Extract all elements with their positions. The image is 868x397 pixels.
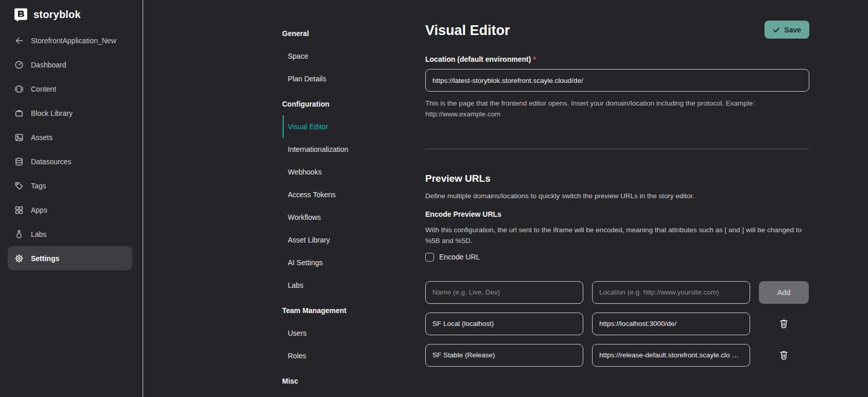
section-divider [425, 149, 809, 149]
sidebar-item-label: Block Library [31, 109, 73, 117]
sidebar-item-labs[interactable]: Labs [8, 222, 132, 246]
settings-nav-item-ai-settings[interactable]: AI Settings [282, 251, 395, 274]
sidebar-item-apps[interactable]: Apps [8, 198, 132, 222]
checkmark-icon [773, 26, 780, 33]
sidebar-item-label: Tags [31, 182, 46, 190]
sidebar-item-content[interactable]: Content [8, 77, 132, 101]
sidebar-item-label: Labs [31, 230, 46, 238]
settings-nav-item-labs[interactable]: Labs [282, 274, 395, 297]
settings-nav-section-misc: Misc [282, 370, 395, 392]
sidebar-item-tags[interactable]: Tags [8, 174, 132, 198]
storyblok-logo[interactable]: storyblok [0, 0, 143, 22]
preview-urls-title: Preview URLs [425, 173, 809, 184]
image-icon [14, 133, 24, 142]
new-preview-location-input[interactable] [592, 281, 750, 304]
location-default-input[interactable] [425, 69, 809, 92]
settings-nav-item-roles[interactable]: Roles [282, 344, 395, 367]
preview-location-input[interactable] [592, 344, 750, 367]
encode-url-checkbox-row[interactable]: Encode URL [425, 253, 480, 262]
main-content: Visual Editor Save Location (default env… [425, 0, 809, 367]
sidebar-item-label: Datasources [31, 158, 72, 166]
tag-icon [14, 181, 24, 191]
app-root: storyblok StorefrontApplication_New Dash… [0, 0, 868, 397]
location-field-label-text: Location (default environment) [425, 55, 531, 63]
required-asterisk: * [533, 55, 535, 63]
sidebar-back-to-spaces[interactable]: StorefrontApplication_New [8, 28, 132, 53]
grid-icon [14, 205, 24, 215]
sidebar-item-label: Apps [31, 206, 47, 214]
delete-preview-url-button[interactable] [759, 313, 809, 335]
encode-preview-urls-description: With this configuration, the url sent to… [425, 225, 809, 247]
settings-nav-section-team-management: Team Management [282, 299, 395, 322]
settings-nav-section-general: General [282, 22, 395, 45]
settings-nav-item-webhooks[interactable]: Webhooks [282, 161, 395, 183]
gear-icon [14, 254, 24, 263]
settings-nav-item-plan-details[interactable]: Plan Details [282, 67, 395, 90]
settings-nav-item-workflows[interactable]: Workflows [282, 206, 395, 229]
sidebar-item-block-library[interactable]: Block Library [8, 101, 132, 125]
save-button[interactable]: Save [765, 21, 809, 39]
add-preview-url-button[interactable]: Add [759, 281, 809, 304]
new-preview-name-input[interactable] [425, 281, 583, 304]
storyblok-logo-icon [14, 8, 28, 22]
settings-nav: General Space Plan Details Configuration… [282, 22, 395, 392]
encode-url-checkbox-label: Encode URL [439, 253, 480, 261]
encode-preview-urls-title: Encode Preview URLs [425, 210, 809, 218]
preview-name-input[interactable] [425, 313, 583, 335]
database-icon [14, 157, 24, 166]
settings-nav-section-configuration: Configuration [282, 93, 395, 115]
preview-urls-list: Add [425, 281, 809, 367]
current-space-name: StorefrontApplication_New [31, 37, 116, 45]
page-title: Visual Editor [425, 23, 809, 39]
location-field-label: Location (default environment)* [425, 55, 809, 63]
trash-icon [778, 318, 789, 329]
settings-nav-item-space[interactable]: Space [282, 45, 395, 67]
content-panels-icon [14, 84, 24, 94]
save-button-label: Save [784, 26, 801, 34]
sidebar-item-datasources[interactable]: Datasources [8, 149, 132, 174]
storyblok-logo-text: storyblok [33, 9, 81, 21]
encode-url-checkbox[interactable] [425, 253, 434, 262]
preview-location-input[interactable] [592, 313, 750, 335]
sidebar-item-label: Dashboard [31, 61, 66, 69]
gauge-icon [14, 60, 24, 70]
delete-preview-url-button[interactable] [759, 344, 809, 367]
flask-icon [14, 230, 24, 239]
location-help-text: This is the page that the frontend edito… [425, 98, 809, 120]
sidebar-item-label: Content [31, 85, 56, 93]
settings-nav-item-users[interactable]: Users [282, 322, 395, 344]
sidebar: storyblok StorefrontApplication_New Dash… [0, 0, 143, 397]
sidebar-item-assets[interactable]: Assets [8, 125, 132, 149]
preview-name-input[interactable] [425, 344, 583, 367]
preview-urls-description: Define multiple domains/locations to qui… [425, 191, 809, 202]
settings-nav-item-visual-editor[interactable]: Visual Editor [283, 115, 395, 138]
sidebar-item-label: Assets [31, 133, 53, 142]
sidebar-menu: StorefrontApplication_New Dashboard Cont… [0, 28, 143, 270]
sidebar-item-dashboard[interactable]: Dashboard [8, 53, 132, 77]
settings-nav-item-internationalization[interactable]: Internationalization [282, 138, 395, 161]
settings-nav-item-access-tokens[interactable]: Access Tokens [282, 183, 395, 206]
trash-icon [778, 350, 789, 360]
settings-nav-item-asset-library[interactable]: Asset Library [282, 229, 395, 251]
back-arrow-icon [14, 36, 24, 45]
brick-icon [14, 109, 24, 118]
sidebar-item-label: Settings [31, 254, 59, 263]
sidebar-item-settings[interactable]: Settings [8, 246, 132, 270]
